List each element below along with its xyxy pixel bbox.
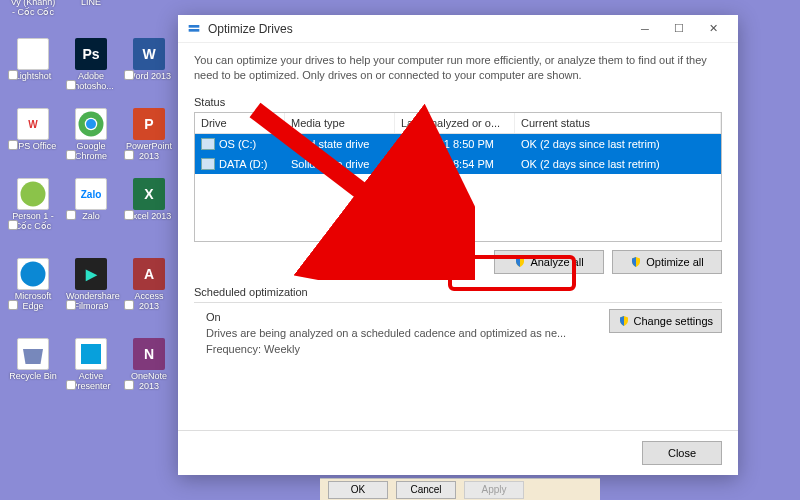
desktop-icon[interactable]: X Excel 2013 xyxy=(124,178,174,222)
scheduled-frequency: Frequency: Weekly xyxy=(206,343,722,355)
dialog-footer: Close xyxy=(178,430,738,475)
desktop-icon[interactable]: Microsoft Edge xyxy=(8,258,58,312)
svg-rect-5 xyxy=(81,344,101,364)
app-tile: Zalo xyxy=(75,178,107,210)
drive-name: DATA (D:) xyxy=(219,158,267,170)
drive-list-header[interactable]: Drive Media type Last analyzed or o... C… xyxy=(195,113,721,134)
button-label: Optimize all xyxy=(646,256,703,268)
drive-icon xyxy=(201,138,215,150)
desktop-icon[interactable]: Vy (Khanh) - Cốc Cốc xyxy=(8,0,58,18)
titlebar[interactable]: Optimize Drives ─ ☐ ✕ xyxy=(178,15,738,43)
drive-media: Solid state drive xyxy=(285,136,395,152)
app-tile: X xyxy=(133,178,165,210)
desktop-icon[interactable]: A Access 2013 xyxy=(124,258,174,312)
app-tile xyxy=(17,258,49,290)
drive-row[interactable]: OS (C:) Solid state drive 9/15/2021 8:50… xyxy=(195,134,721,154)
app-tile: ▶ xyxy=(75,258,107,290)
status-heading: Status xyxy=(194,96,722,108)
optimize-drives-window: Optimize Drives ─ ☐ ✕ You can optimize y… xyxy=(178,15,738,475)
svg-point-4 xyxy=(21,262,46,287)
app-tile xyxy=(75,338,107,370)
drive-name: OS (C:) xyxy=(219,138,256,150)
app-tile: W xyxy=(17,108,49,140)
desktop-icon[interactable]: Person 1 - Cốc Cốc xyxy=(8,178,58,232)
app-tile: Ps xyxy=(75,38,107,70)
button-label: Close xyxy=(668,447,696,459)
column-header-status[interactable]: Current status xyxy=(515,113,721,133)
drive-last: 9/15/2021 8:54 PM xyxy=(395,156,515,172)
desktop-icon[interactable]: Recycle Bin xyxy=(8,338,58,382)
recycle-bin-icon xyxy=(17,338,49,370)
drive-media: Solid state drive xyxy=(285,156,395,172)
svg-rect-6 xyxy=(189,25,200,28)
minimize-button[interactable]: ─ xyxy=(628,15,662,43)
cancel-button[interactable]: Cancel xyxy=(396,481,456,499)
apply-button[interactable]: Apply xyxy=(464,481,524,499)
drive-row[interactable]: DATA (D:) Solid state drive 9/15/2021 8:… xyxy=(195,154,721,174)
desktop: Vy (Khanh) - Cốc Cốc LINE Lightshot Ps A… xyxy=(0,0,170,500)
app-icon xyxy=(186,21,202,37)
divider xyxy=(194,302,722,303)
svg-point-3 xyxy=(21,182,46,207)
app-tile xyxy=(17,178,49,210)
close-dialog-button[interactable]: Close xyxy=(642,441,722,465)
uac-shield-icon xyxy=(618,315,630,327)
column-header-drive[interactable]: Drive xyxy=(195,113,285,133)
window-title: Optimize Drives xyxy=(208,22,628,36)
button-label: Change settings xyxy=(634,315,714,327)
uac-shield-icon xyxy=(630,256,642,268)
app-tile: P xyxy=(133,108,165,140)
app-tile xyxy=(75,108,107,140)
maximize-button[interactable]: ☐ xyxy=(662,15,696,43)
app-tile xyxy=(17,38,49,70)
column-header-media[interactable]: Media type xyxy=(285,113,395,133)
desktop-icon[interactable]: N OneNote 2013 xyxy=(124,338,174,392)
desktop-icon[interactable]: Zalo Zalo xyxy=(66,178,116,222)
column-header-last[interactable]: Last analyzed or o... xyxy=(395,113,515,133)
drive-last: 9/15/2021 8:50 PM xyxy=(395,136,515,152)
desktop-icon[interactable]: Lightshot xyxy=(8,38,58,82)
annotation-highlight-box xyxy=(448,255,576,291)
drive-status: OK (2 days since last retrim) xyxy=(515,136,721,152)
close-button[interactable]: ✕ xyxy=(696,15,730,43)
svg-rect-7 xyxy=(189,29,200,32)
drive-list[interactable]: Drive Media type Last analyzed or o... C… xyxy=(194,112,722,242)
desktop-icon[interactable]: LINE xyxy=(66,0,116,8)
description-text: You can optimize your drives to help you… xyxy=(194,53,722,84)
app-tile: N xyxy=(133,338,165,370)
desktop-icon[interactable]: P PowerPoint 2013 xyxy=(124,108,174,162)
drive-icon xyxy=(201,158,215,170)
optimize-all-button[interactable]: Optimize all xyxy=(612,250,722,274)
svg-point-2 xyxy=(86,119,96,129)
desktop-icon[interactable]: Active Presenter xyxy=(66,338,116,392)
drive-status: OK (2 days since last retrim) xyxy=(515,156,721,172)
desktop-icon[interactable]: ▶ Wondershare Filmora9 xyxy=(66,258,116,312)
ok-button[interactable]: OK xyxy=(328,481,388,499)
app-tile: A xyxy=(133,258,165,290)
desktop-icon[interactable]: W WPS Office xyxy=(8,108,58,152)
desktop-icon[interactable]: Google Chrome xyxy=(66,108,116,162)
app-tile: W xyxy=(133,38,165,70)
change-settings-button[interactable]: Change settings xyxy=(609,309,723,333)
underlying-dialog-buttons: OK Cancel Apply xyxy=(320,478,600,500)
desktop-icon[interactable]: Ps Adobe Photosho... xyxy=(66,38,116,92)
desktop-icon[interactable]: W Word 2013 xyxy=(124,38,174,82)
